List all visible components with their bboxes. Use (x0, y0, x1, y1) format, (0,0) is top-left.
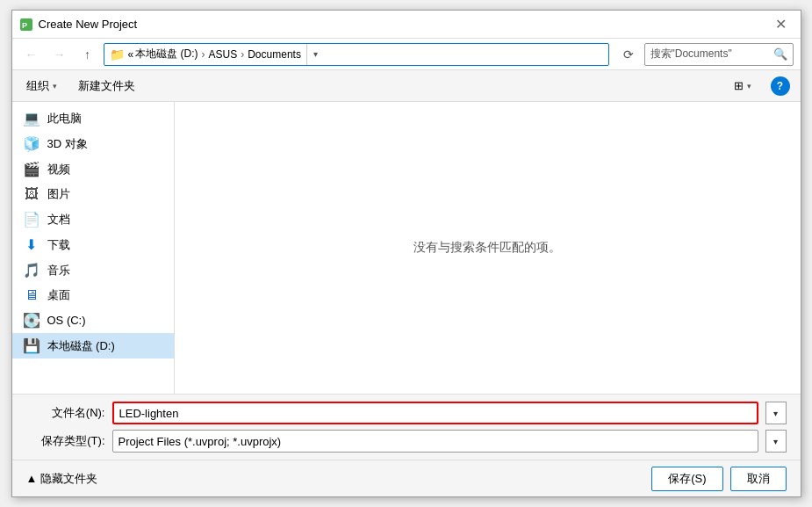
window-title: Create New Project (39, 18, 138, 31)
sidebar-item-music-label: 音乐 (47, 263, 70, 279)
up-button[interactable]: ↑ (75, 43, 100, 66)
view-chevron: ▾ (747, 82, 751, 91)
search-placeholder: 搜索"Documents" (650, 47, 770, 62)
filetype-select[interactable]: Project Files (*.uvproj; *.uvprojx) (112, 430, 758, 453)
filetype-row: 保存类型(T): Project Files (*.uvproj; *.uvpr… (26, 430, 787, 453)
bottom-bar: 文件名(N): ▾ 保存类型(T): Project Files (*.uvpr… (12, 394, 801, 460)
pc-icon: 💻 (23, 110, 40, 127)
sidebar-item-desktop-label: 桌面 (47, 287, 70, 303)
download-icon: ⬇ (23, 236, 40, 253)
sidebar-item-disk-label: 本地磁盘 (D:) (47, 338, 115, 354)
sidebar-item-download[interactable]: ⬇ 下载 (12, 232, 174, 257)
sidebar-item-photo-label: 图片 (47, 186, 70, 202)
doc-icon: 📄 (23, 211, 40, 228)
filetype-label: 保存类型(T): (26, 433, 105, 449)
hide-folders-button[interactable]: ▲ 隐藏文件夹 (26, 471, 97, 487)
sidebar-item-3d[interactable]: 🧊 3D 对象 (12, 131, 174, 156)
sidebar-item-video[interactable]: 🎬 视频 (12, 156, 174, 182)
address-asus: ASUS (209, 48, 238, 61)
music-icon: 🎵 (23, 262, 40, 279)
address-bar[interactable]: 📁 « 本地磁盘 (D:) › ASUS › Documents ▾ (104, 43, 609, 66)
address-part-1: « (128, 48, 134, 61)
osc-icon: 💽 (23, 312, 40, 329)
save-button[interactable]: 保存(S) (651, 467, 722, 491)
sidebar-item-3d-label: 3D 对象 (47, 136, 88, 152)
sidebar-item-desktop[interactable]: 🖥 桌面 (12, 283, 174, 308)
filename-label: 文件名(N): (26, 405, 105, 421)
sidebar-item-music[interactable]: 🎵 音乐 (12, 257, 174, 283)
organize-chevron: ▾ (53, 82, 57, 91)
organize-button[interactable]: 组织 ▾ (23, 76, 61, 96)
sidebar-item-video-label: 视频 (47, 162, 70, 177)
hide-folders-label: ▲ 隐藏文件夹 (26, 471, 97, 487)
search-icon[interactable]: 🔍 (773, 47, 787, 61)
disk-icon: 💾 (23, 337, 40, 354)
refresh-button[interactable]: ⟳ (616, 43, 641, 66)
video-icon: 🎬 (23, 161, 40, 177)
toolbar: 组织 ▾ 新建文件夹 ⊞ ▾ ? (12, 70, 801, 102)
nav-bar: ← → ↑ 📁 « 本地磁盘 (D:) › ASUS › Documents ▾… (12, 39, 801, 70)
address-drive: 本地磁盘 (D:) (135, 47, 198, 62)
sidebar-item-photo[interactable]: 🖼 图片 (12, 182, 174, 206)
dialog: P Create New Project ✕ ← → ↑ 📁 « 本地磁盘 (D… (11, 10, 801, 497)
desktop-icon: 🖥 (23, 287, 40, 303)
filename-input[interactable] (112, 402, 758, 424)
sidebar-item-disk[interactable]: 💾 本地磁盘 (D:) (12, 333, 174, 359)
title-bar: P Create New Project ✕ (12, 11, 801, 39)
filename-row: 文件名(N): ▾ (26, 402, 787, 424)
app-icon: P (19, 18, 33, 32)
close-button[interactable]: ✕ (769, 12, 794, 37)
view-toggle-button[interactable]: ⊞ ▾ (734, 79, 751, 92)
sidebar-item-pc-label: 此电脑 (47, 111, 82, 127)
help-button[interactable]: ? (771, 76, 790, 96)
content-area: 没有与搜索条件匹配的项。 (175, 102, 801, 394)
sidebar-item-pc[interactable]: 💻 此电脑 (12, 105, 174, 131)
sidebar: 💻 此电脑 🧊 3D 对象 🎬 视频 🖼 图片 📄 文档 ⬇ 下载 (12, 102, 175, 394)
sidebar-item-doc[interactable]: 📄 文档 (12, 206, 174, 232)
main-area: 💻 此电脑 🧊 3D 对象 🎬 视频 🖼 图片 📄 文档 ⬇ 下载 (12, 102, 801, 394)
view-icon: ⊞ (734, 79, 744, 92)
svg-text:P: P (22, 21, 27, 30)
new-folder-button[interactable]: 新建文件夹 (75, 76, 139, 96)
3d-icon: 🧊 (23, 135, 40, 152)
sidebar-item-doc-label: 文档 (47, 212, 70, 228)
filename-dropdown-button[interactable]: ▾ (765, 402, 787, 424)
search-bar[interactable]: 搜索"Documents" 🔍 (644, 43, 794, 66)
folder-icon: 📁 (110, 47, 125, 62)
back-button[interactable]: ← (19, 43, 44, 66)
sidebar-item-osc-label: OS (C:) (47, 314, 86, 327)
address-path: « 本地磁盘 (D:) › ASUS › Documents (128, 47, 301, 62)
filetype-value: Project Files (*.uvproj; *.uvprojx) (119, 435, 282, 448)
filetype-dropdown-button[interactable]: ▾ (765, 430, 787, 453)
address-dropdown-button[interactable]: ▾ (306, 43, 324, 66)
empty-message: 没有与搜索条件匹配的项。 (413, 240, 561, 256)
address-docs: Documents (248, 48, 301, 61)
forward-button[interactable]: → (47, 43, 72, 66)
photo-icon: 🖼 (23, 186, 40, 202)
sidebar-item-osc[interactable]: 💽 OS (C:) (12, 308, 174, 333)
cancel-button[interactable]: 取消 (730, 467, 787, 491)
sidebar-item-download-label: 下载 (47, 237, 70, 253)
action-bar: ▲ 隐藏文件夹 保存(S) 取消 (12, 460, 801, 496)
